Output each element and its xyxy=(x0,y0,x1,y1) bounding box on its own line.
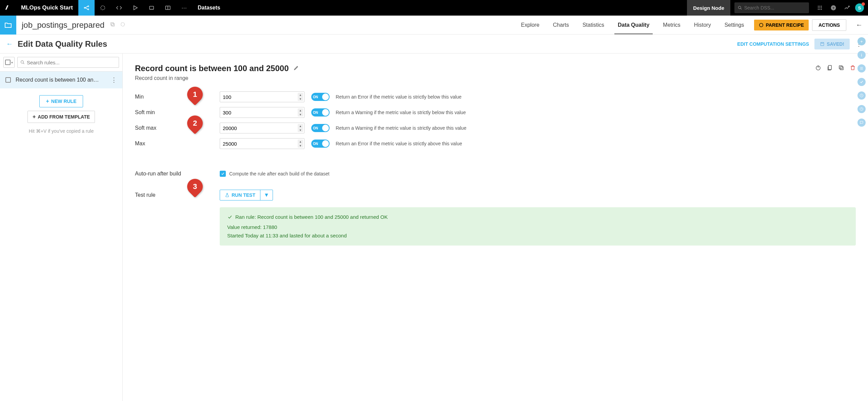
tab-settings[interactable]: Settings xyxy=(718,16,751,35)
flow-icon[interactable] xyxy=(78,0,95,16)
copy-rule-icon[interactable] xyxy=(838,65,844,72)
nav-section-label: Datasets xyxy=(192,5,226,11)
min-toggle[interactable]: ON xyxy=(311,93,330,101)
result-line-3: Started Today at 11:33 and lasted for ab… xyxy=(227,231,848,240)
design-node-label[interactable]: Design Node xyxy=(687,0,730,16)
select-all-checkbox[interactable]: ▾ xyxy=(3,57,15,68)
svg-rect-23 xyxy=(821,42,824,45)
rail-add-icon[interactable]: + xyxy=(857,37,866,45)
svg-point-9 xyxy=(820,6,821,7)
paste-hint: Hit ⌘+V if you've copied a rule xyxy=(29,128,94,134)
svg-point-10 xyxy=(821,6,822,7)
testrule-label: Test rule xyxy=(135,192,220,198)
search-input[interactable] xyxy=(744,5,806,10)
tab-explore[interactable]: Explore xyxy=(514,16,546,35)
svg-point-7 xyxy=(738,6,741,8)
back-arrow[interactable]: ← xyxy=(850,21,868,29)
svg-point-22 xyxy=(760,23,763,27)
code-icon[interactable] xyxy=(111,0,127,16)
spinner-down[interactable]: ▼ xyxy=(298,128,303,132)
lab-icon[interactable] xyxy=(127,0,143,16)
svg-text:?: ? xyxy=(832,6,834,10)
softmin-desc: Return a Warning if the metric value is … xyxy=(336,110,466,115)
softmax-toggle[interactable]: ON xyxy=(311,124,330,132)
add-from-template-button[interactable]: +ADD FROM TEMPLATE xyxy=(27,111,95,123)
svg-rect-28 xyxy=(840,67,843,70)
duplicate-icon[interactable] xyxy=(827,65,833,72)
help-icon[interactable]: ? xyxy=(827,0,840,16)
power-icon[interactable] xyxy=(815,65,821,72)
rule-subtitle: Record count in range xyxy=(135,75,856,81)
svg-rect-19 xyxy=(112,23,115,26)
svg-point-0 xyxy=(84,7,85,8)
rule-checkbox[interactable] xyxy=(5,77,11,83)
max-toggle[interactable]: ON xyxy=(311,140,330,148)
wiki-icon[interactable] xyxy=(160,0,176,16)
autorun-desc: Compute the rule after each build of the… xyxy=(229,171,330,176)
run-test-dropdown[interactable]: ▼ xyxy=(260,190,273,200)
more-icon[interactable]: ⋯ xyxy=(176,0,192,16)
tab-data-quality[interactable]: Data Quality xyxy=(611,16,656,35)
spinner-down[interactable]: ▼ xyxy=(298,112,303,117)
max-input[interactable] xyxy=(220,138,304,149)
tab-history[interactable]: History xyxy=(687,16,718,35)
softmax-label: Soft max xyxy=(135,125,220,131)
run-test-button[interactable]: RUN TEST ▼ xyxy=(220,190,273,200)
saved-button[interactable]: SAVED! xyxy=(814,39,850,49)
dataset-folder-icon[interactable] xyxy=(0,16,16,35)
copy-icon[interactable] xyxy=(110,22,115,28)
softmin-input[interactable] xyxy=(220,107,304,118)
tab-charts[interactable]: Charts xyxy=(546,16,576,35)
dataiku-logo[interactable] xyxy=(0,0,16,16)
spinner-down[interactable]: ▼ xyxy=(298,97,303,101)
rule-item-menu[interactable]: ⋮ xyxy=(111,76,117,84)
new-rule-button[interactable]: +NEW RULE xyxy=(39,95,83,107)
tab-statistics[interactable]: Statistics xyxy=(576,16,611,35)
rail-chat-icon[interactable] xyxy=(857,119,866,127)
edit-title-icon[interactable] xyxy=(294,65,299,72)
spinner-up[interactable]: ▲ xyxy=(298,140,303,144)
softmax-desc: Return a Warning if the metric value is … xyxy=(336,125,466,131)
activity-icon[interactable] xyxy=(840,0,854,16)
parent-recipe-button[interactable]: PARENT RECIPE xyxy=(754,20,809,30)
rail-history-icon[interactable] xyxy=(857,91,866,100)
spinner-down[interactable]: ▼ xyxy=(298,144,303,148)
tab-metrics[interactable]: Metrics xyxy=(656,16,687,35)
softmax-input[interactable] xyxy=(220,123,304,133)
dataset-name: job_postings_prepared xyxy=(16,20,110,30)
rules-search-input[interactable] xyxy=(27,60,116,65)
back-link[interactable]: ← xyxy=(3,40,16,48)
recipe-icon[interactable] xyxy=(95,0,111,16)
rail-clock-icon[interactable] xyxy=(857,105,866,113)
softmin-toggle[interactable]: ON xyxy=(311,108,330,117)
rule-list-item[interactable]: Record count is between 100 an… ⋮ xyxy=(0,71,122,88)
project-name[interactable]: MLOps Quick Start xyxy=(16,4,78,11)
spinner-up[interactable]: ▲ xyxy=(298,108,303,112)
rail-list-icon[interactable] xyxy=(857,64,866,72)
svg-point-21 xyxy=(121,22,125,26)
refresh-icon[interactable] xyxy=(120,22,125,28)
rail-info-icon[interactable]: i xyxy=(857,51,866,59)
autorun-label: Auto-run after build xyxy=(135,171,220,177)
autorun-checkbox[interactable] xyxy=(220,171,226,177)
user-avatar[interactable]: S xyxy=(855,3,864,12)
svg-point-8 xyxy=(818,6,819,7)
svg-point-2 xyxy=(88,9,89,10)
svg-point-24 xyxy=(21,61,24,63)
spinner-up[interactable]: ▲ xyxy=(298,124,303,128)
rule-title: Record count is between 100 and 25000 xyxy=(135,64,289,73)
svg-point-12 xyxy=(820,7,821,8)
svg-point-1 xyxy=(88,6,89,7)
actions-button[interactable]: ACTIONS xyxy=(812,19,846,31)
svg-point-13 xyxy=(821,7,822,8)
rail-check-icon[interactable] xyxy=(857,78,866,86)
softmin-label: Soft min xyxy=(135,109,220,115)
dashboard-icon[interactable] xyxy=(143,0,160,16)
global-search[interactable] xyxy=(734,2,809,13)
apps-grid-icon[interactable] xyxy=(813,0,827,16)
edit-computation-settings-link[interactable]: EDIT COMPUTATION SETTINGS xyxy=(737,41,809,47)
min-input[interactable] xyxy=(220,91,304,102)
test-result-box: Ran rule: Record count is between 100 an… xyxy=(220,207,856,246)
spinner-up[interactable]: ▲ xyxy=(298,93,303,97)
svg-point-14 xyxy=(818,9,819,10)
